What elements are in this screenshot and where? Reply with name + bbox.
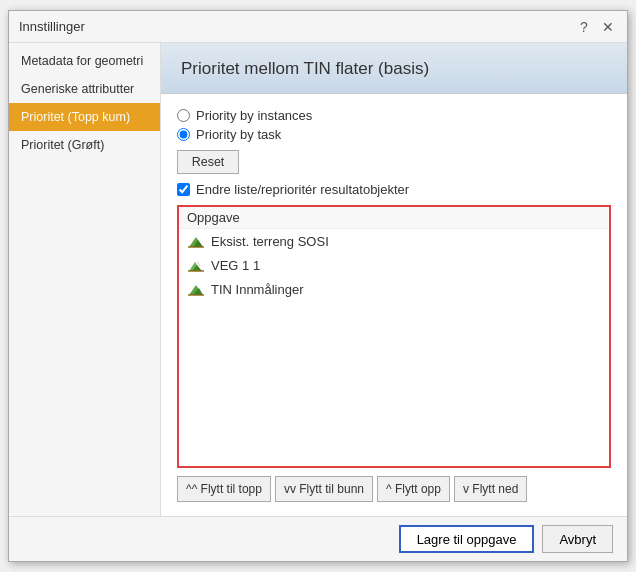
svg-rect-8: [188, 294, 204, 296]
list-item[interactable]: VEG 1 1: [179, 253, 609, 277]
radio-task-row[interactable]: Priority by task: [177, 127, 611, 142]
reprioritize-label: Endre liste/reprioritér resultatobjekter: [196, 182, 409, 197]
reset-button[interactable]: Reset: [177, 150, 239, 174]
help-button[interactable]: ?: [575, 18, 593, 36]
terrain-icon-1: [187, 232, 205, 250]
main-header: Prioritet mellom TIN flater (basis): [161, 43, 627, 94]
svg-rect-5: [188, 270, 204, 272]
svg-rect-2: [188, 246, 204, 248]
move-down-button[interactable]: v Flytt ned: [454, 476, 527, 502]
move-top-button[interactable]: ^^ Flytt til topp: [177, 476, 271, 502]
radio-task[interactable]: [177, 128, 190, 141]
sidebar-item-metadata[interactable]: Metadata for geometri: [9, 47, 160, 75]
checkbox-row: Endre liste/reprioritér resultatobjekter: [177, 182, 611, 197]
radio-instances[interactable]: [177, 109, 190, 122]
move-up-button[interactable]: ^ Flytt opp: [377, 476, 450, 502]
dialog-footer: Lagre til oppgave Avbryt: [9, 516, 627, 561]
cancel-button[interactable]: Avbryt: [542, 525, 613, 553]
list-item[interactable]: TIN Innmålinger: [179, 277, 609, 301]
radio-group: Priority by instances Priority by task: [177, 108, 611, 142]
sidebar-item-priority-ditch[interactable]: Prioritet (Grøft): [9, 131, 160, 159]
main-content: Prioritet mellom TIN flater (basis) Prio…: [161, 43, 627, 516]
dialog-body: Metadata for geometri Generiske attribut…: [9, 43, 627, 516]
main-inner: Priority by instances Priority by task R…: [161, 94, 627, 516]
radio-instances-label: Priority by instances: [196, 108, 312, 123]
radio-instances-row[interactable]: Priority by instances: [177, 108, 611, 123]
nav-buttons: ^^ Flytt til topp vv Flytt til bunn ^ Fl…: [177, 476, 611, 502]
move-bottom-button[interactable]: vv Flytt til bunn: [275, 476, 373, 502]
sidebar-item-priority-top[interactable]: Prioritet (Topp kum): [9, 103, 160, 131]
list-item-label-1: Eksist. terreng SOSI: [211, 234, 329, 249]
sidebar: Metadata for geometri Generiske attribut…: [9, 43, 161, 516]
list-header: Oppgave: [179, 207, 609, 229]
dialog-title: Innstillinger: [19, 19, 85, 34]
settings-dialog: Innstillinger ? ✕ Metadata for geometri …: [8, 10, 628, 562]
title-bar: Innstillinger ? ✕: [9, 11, 627, 43]
sidebar-item-generic[interactable]: Generiske attributter: [9, 75, 160, 103]
radio-task-label: Priority by task: [196, 127, 281, 142]
save-button[interactable]: Lagre til oppgave: [399, 525, 535, 553]
terrain-icon-2: [187, 256, 205, 274]
reprioritize-checkbox[interactable]: [177, 183, 190, 196]
main-title: Prioritet mellom TIN flater (basis): [181, 59, 607, 79]
close-button[interactable]: ✕: [599, 18, 617, 36]
list-item[interactable]: Eksist. terreng SOSI: [179, 229, 609, 253]
title-bar-controls: ? ✕: [575, 18, 617, 36]
terrain-icon-3: [187, 280, 205, 298]
task-list[interactable]: Oppgave Eksist. terreng SOSI: [177, 205, 611, 468]
list-item-label-3: TIN Innmålinger: [211, 282, 303, 297]
list-item-label-2: VEG 1 1: [211, 258, 260, 273]
